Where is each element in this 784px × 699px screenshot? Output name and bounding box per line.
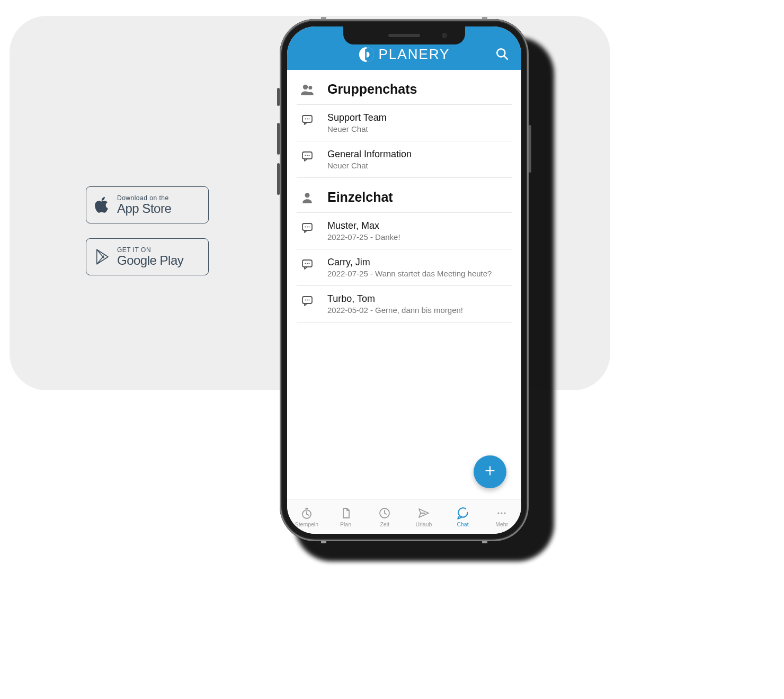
chat-title: General Information [327, 149, 510, 160]
chat-icon [456, 506, 470, 520]
svg-point-17 [307, 227, 308, 228]
svg-point-7 [305, 119, 306, 120]
phone-antenna [482, 17, 487, 19]
svg-point-5 [308, 86, 312, 89]
planery-logo-icon [359, 47, 375, 62]
chat-subtitle: Neuer Chat [327, 124, 510, 133]
group-chats-title: Gruppenchats [327, 82, 417, 97]
svg-point-20 [305, 263, 306, 264]
appstore-badge[interactable]: Download on the App Store [86, 186, 209, 223]
stopwatch-icon [300, 506, 313, 520]
phone-antenna [482, 541, 487, 543]
search-icon [495, 47, 509, 63]
svg-point-25 [307, 300, 308, 301]
phone-volume-up [277, 123, 280, 155]
single-chat-header: Einzelchat [297, 178, 512, 212]
single-chat-row[interactable]: Muster, Max2022-07-25 - Danke! [297, 212, 512, 249]
googleplay-icon [94, 246, 112, 267]
chat-bubble-icon [299, 112, 316, 126]
chat-title: Carry, Jim [327, 257, 510, 268]
chat-bubble-icon [299, 220, 316, 234]
svg-point-22 [309, 263, 310, 264]
svg-point-12 [307, 155, 308, 156]
tab-label: Chat [457, 521, 468, 527]
group-chat-row[interactable]: Support TeamNeuer Chat [297, 104, 512, 141]
chat-title: Support Team [327, 112, 510, 123]
svg-point-4 [303, 84, 308, 89]
phone-power-button [529, 125, 531, 173]
group-icon [299, 82, 316, 97]
svg-point-13 [309, 155, 310, 156]
appstore-bottom-text: App Store [117, 202, 171, 215]
bottom-tab-bar: StempelnPlanZeitUrlaubChatMehr [287, 499, 521, 534]
svg-point-32 [498, 512, 500, 514]
svg-rect-1 [365, 49, 367, 60]
appstore-top-text: Download on the [117, 195, 171, 202]
phone-antenna [321, 541, 326, 543]
svg-point-14 [305, 193, 309, 198]
tab-plan[interactable]: Plan [326, 499, 366, 534]
plus-icon [483, 464, 497, 480]
tab-chat[interactable]: Chat [443, 499, 483, 534]
chat-bubble-icon [299, 257, 316, 271]
chat-list: Gruppenchats Support TeamNeuer ChatGener… [287, 70, 521, 499]
svg-point-26 [309, 300, 310, 301]
apple-icon [94, 194, 112, 216]
chat-bubble-icon [299, 149, 316, 163]
phone-camera [442, 33, 447, 38]
svg-point-18 [309, 227, 310, 228]
chat-subtitle: Neuer Chat [327, 161, 510, 170]
document-icon [340, 506, 352, 520]
clock-icon [378, 506, 391, 520]
chat-subtitle: 2022-07-25 - Danke! [327, 232, 510, 241]
svg-point-16 [305, 227, 306, 228]
tab-label: Zeit [380, 521, 389, 527]
tab-label: Plan [340, 521, 351, 527]
airplane-icon [417, 506, 430, 520]
phone-antenna [321, 17, 326, 19]
group-chats-header: Gruppenchats [297, 70, 512, 104]
single-chat-row[interactable]: Carry, Jim2022-07-25 - Wann startet das … [297, 249, 512, 286]
single-chat-row[interactable]: Turbo, Tom2022-05-02 - Gerne, dann bis m… [297, 286, 512, 322]
phone-mute-switch [277, 88, 280, 106]
phone-notch [343, 26, 465, 44]
tab-label: Urlaub [415, 521, 432, 527]
tab-stempeln[interactable]: Stempeln [287, 499, 326, 534]
svg-point-8 [307, 119, 308, 120]
group-chat-row[interactable]: General InformationNeuer Chat [297, 141, 512, 178]
phone-volume-down [277, 163, 280, 195]
phone-speaker [388, 34, 420, 37]
svg-point-21 [307, 263, 308, 264]
tab-label: Stempeln [295, 521, 318, 527]
phone-frame: PLANERY [280, 19, 529, 541]
svg-point-11 [305, 155, 306, 156]
googleplay-top-text: GET IT ON [117, 247, 183, 254]
svg-point-34 [504, 512, 506, 514]
tab-label: Mehr [495, 521, 508, 527]
single-chat-title: Einzelchat [327, 190, 393, 205]
chat-subtitle: 2022-05-02 - Gerne, dann bis morgen! [327, 306, 510, 315]
tab-mehr[interactable]: Mehr [482, 499, 521, 534]
svg-point-33 [501, 512, 503, 514]
more-icon [495, 506, 508, 520]
chat-title: Turbo, Tom [327, 293, 510, 304]
googleplay-bottom-text: Google Play [117, 254, 183, 267]
svg-line-3 [504, 56, 507, 59]
phone-screen: PLANERY [287, 26, 521, 534]
svg-point-24 [305, 300, 306, 301]
chat-bubble-icon [299, 293, 316, 307]
googleplay-badge[interactable]: GET IT ON Google Play [86, 238, 209, 275]
tab-urlaub[interactable]: Urlaub [404, 499, 443, 534]
search-button[interactable] [494, 47, 511, 64]
new-chat-fab[interactable] [474, 455, 506, 488]
tab-zeit[interactable]: Zeit [365, 499, 404, 534]
chat-subtitle: 2022-07-25 - Wann startet das Meeting he… [327, 269, 510, 278]
app-title: PLANERY [379, 46, 450, 62]
chat-title: Muster, Max [327, 220, 510, 231]
svg-point-9 [309, 119, 310, 120]
person-icon [299, 191, 316, 204]
